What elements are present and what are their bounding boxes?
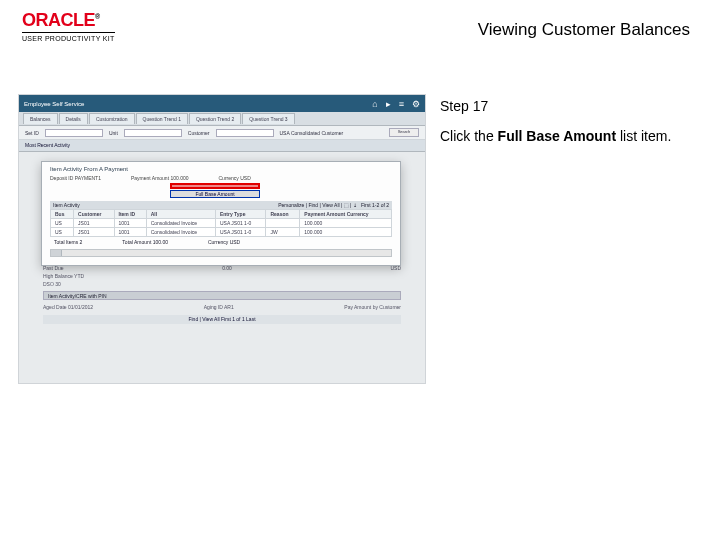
grid-tools: Personalize | Find | View All | ⬚ | ⤓ Fi…	[278, 202, 389, 208]
search-button[interactable]: Search	[389, 128, 419, 137]
table-row[interactable]: USJS011001 Consolidated InvoiceUSA JS01 …	[51, 228, 392, 237]
page-title: Viewing Customer Balances	[478, 20, 690, 40]
horizontal-scrollbar[interactable]	[50, 249, 392, 257]
window-title: Employee Self Service	[24, 101, 84, 107]
flag-icon: ▸	[386, 99, 391, 109]
instruction-panel: Step 17 Click the Full Base Amount list …	[440, 94, 698, 144]
unit-input[interactable]	[124, 129, 182, 137]
tab[interactable]: Question Trend 3	[242, 113, 294, 124]
label: Unit	[109, 130, 118, 136]
setid-input[interactable]	[45, 129, 103, 137]
titlebar-icons: ⌂ ▸ ≡ ⚙	[372, 99, 420, 109]
section-header: Most Recent Activity	[19, 140, 425, 152]
target-highlight: Full Base Amount	[170, 183, 260, 198]
payment-activity-popup: Item Activity From A Payment Deposit ID …	[41, 161, 401, 266]
label: Customer	[188, 130, 210, 136]
step-label: Step 17	[440, 98, 698, 114]
popup-title: Item Activity From A Payment	[50, 166, 392, 172]
label: Set ID	[25, 130, 39, 136]
tab-strip: Balances Details Customization Question …	[19, 112, 425, 126]
tab[interactable]: Customization	[89, 113, 135, 124]
filter-row: Set ID Unit Customer USA Consolidated Cu…	[19, 126, 425, 140]
table-row[interactable]: USJS011001 Consolidated InvoiceUSA JS01 …	[51, 219, 392, 228]
menu-icon: ≡	[399, 99, 404, 109]
item-activity-table: Bus Customer Item ID All Entry Type Reas…	[50, 209, 392, 237]
tab[interactable]: Question Trend 2	[189, 113, 241, 124]
pager-bar[interactable]: Find | View All First 1 of 1 Last	[43, 315, 401, 324]
customer-value: USA Consolidated Customer	[280, 130, 344, 136]
highlight-box-icon	[170, 183, 260, 189]
home-icon: ⌂	[372, 99, 377, 109]
tab[interactable]: Details	[59, 113, 88, 124]
tab[interactable]: Balances	[23, 113, 58, 124]
subbrand-label: USER PRODUCTIVITY KIT	[22, 32, 115, 42]
gear-icon: ⚙	[412, 99, 420, 109]
customer-input[interactable]	[216, 129, 274, 137]
section-bar: Item Activity/CRE with PIN	[43, 291, 401, 300]
step-instruction: Click the Full Base Amount list item.	[440, 128, 698, 144]
oracle-wordmark: ORACLE	[22, 10, 115, 31]
brand-logo: ORACLE USER PRODUCTIVITY KIT	[22, 10, 115, 42]
grid-section-label: Item Activity	[53, 202, 80, 208]
screenshot-thumbnail: Employee Self Service ⌂ ▸ ≡ ⚙ Balances D…	[18, 94, 426, 384]
app-titlebar: Employee Self Service ⌂ ▸ ≡ ⚙	[19, 95, 425, 112]
tab[interactable]: Question Trend 1	[136, 113, 188, 124]
full-base-amount-item[interactable]: Full Base Amount	[170, 190, 260, 198]
